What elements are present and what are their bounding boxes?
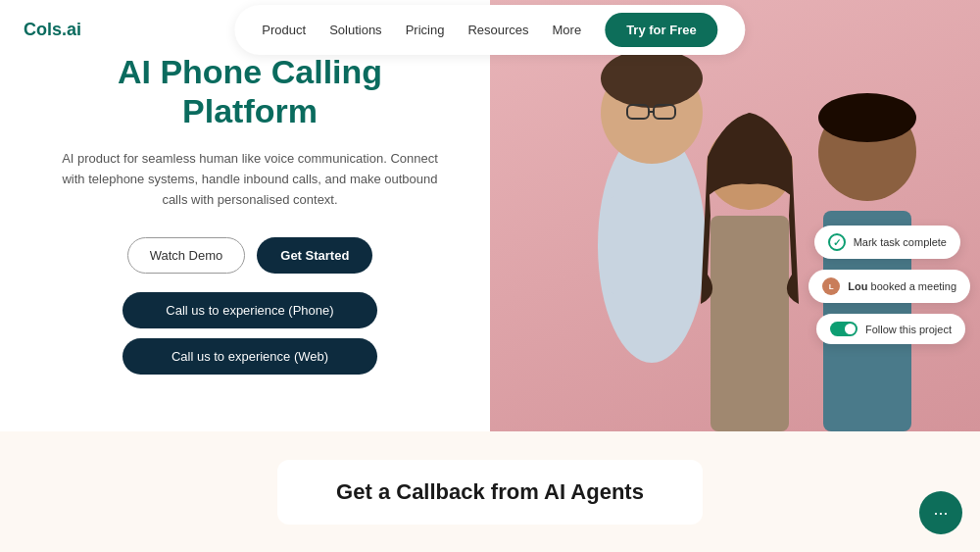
hero-image: ✓ Mark task complete L Lou booked a meet… (490, 0, 980, 431)
callback-title: Get a Callback from AI Agents (277, 460, 703, 525)
call-web-button[interactable]: Call us to experience (Web) (122, 338, 377, 375)
nav-solutions[interactable]: Solutions (329, 23, 381, 37)
navbar: Cols.ai Product Solutions Pricing Resour… (0, 0, 980, 59)
try-for-free-button[interactable]: Try for Free (605, 13, 718, 47)
notification-meeting: L Lou booked a meeting (808, 270, 970, 303)
hero-right-panel: ✓ Mark task complete L Lou booked a meet… (490, 0, 980, 431)
notification-text-1: Mark task complete (854, 236, 947, 248)
svg-rect-6 (608, 196, 696, 294)
notification-text-3: Follow this project (865, 324, 952, 335)
check-icon: ✓ (828, 233, 846, 251)
toggle-icon (830, 322, 858, 336)
nav-more[interactable]: More (553, 23, 582, 37)
nav-pricing[interactable]: Pricing (406, 23, 445, 37)
notification-text-2: Lou booked a meeting (848, 280, 956, 292)
hero-section: AI Phone Calling Platform AI product for… (0, 0, 980, 431)
svg-point-11 (818, 93, 916, 142)
hero-cta-row: Watch Demo Get Started (59, 237, 441, 274)
watch-demo-button[interactable]: Watch Demo (127, 237, 246, 274)
chat-bubble-button[interactable]: ··· (919, 491, 962, 534)
get-started-button[interactable]: Get Started (257, 237, 372, 274)
nav-menu: Product Solutions Pricing Resources More… (234, 5, 745, 55)
logo: Cols.ai (24, 20, 81, 40)
notification-follow: Follow this project (816, 314, 965, 344)
chat-icon: ··· (933, 503, 948, 524)
svg-rect-7 (710, 216, 789, 431)
notification-mark-task: ✓ Mark task complete (814, 226, 960, 259)
hero-left-panel: AI Phone Calling Platform AI product for… (0, 0, 490, 431)
nav-product[interactable]: Product (262, 23, 306, 37)
call-phone-button[interactable]: Call us to experience (Phone) (122, 292, 377, 328)
user-avatar-lou: L (822, 277, 840, 295)
bottom-section: Get a Callback from AI Agents (0, 431, 980, 552)
people-illustration (490, 0, 980, 431)
hero-title: AI Phone Calling Platform (59, 52, 441, 132)
nav-resources[interactable]: Resources (467, 23, 528, 37)
hero-description: AI product for seamless human like voice… (59, 149, 441, 210)
